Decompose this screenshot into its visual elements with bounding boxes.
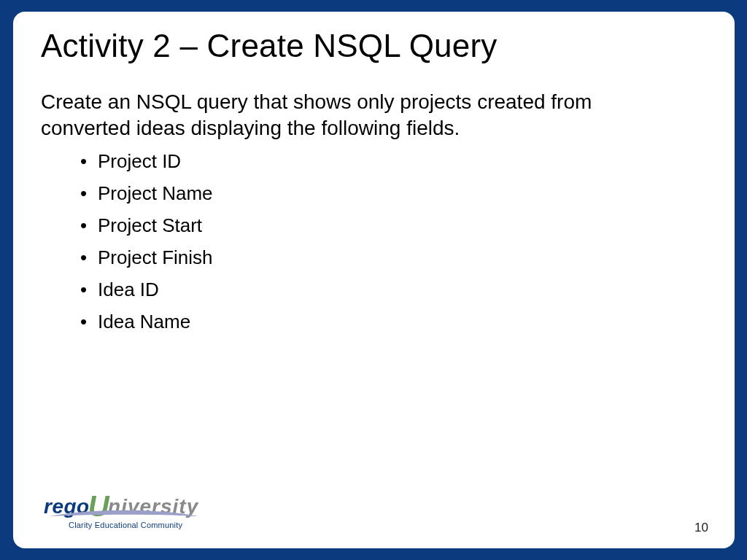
list-item: Project ID bbox=[80, 152, 213, 171]
logo: regoUniversity Clarity Educational Commu… bbox=[44, 486, 219, 532]
bullet-list: Project ID Project Name Project Start Pr… bbox=[80, 152, 213, 344]
logo-tagline: Clarity Educational Community bbox=[69, 521, 182, 529]
slide: Activity 2 – Create NSQL Query Create an… bbox=[13, 12, 735, 548]
slide-title: Activity 2 – Create NSQL Query bbox=[41, 28, 497, 64]
slide-intro-text: Create an NSQL query that shows only pro… bbox=[41, 89, 646, 141]
list-item: Idea Name bbox=[80, 312, 213, 331]
list-item: Project Name bbox=[80, 184, 213, 203]
list-item: Project Start bbox=[80, 216, 213, 235]
page-number: 10 bbox=[694, 521, 708, 535]
list-item: Project Finish bbox=[80, 248, 213, 267]
list-item: Idea ID bbox=[80, 280, 213, 299]
